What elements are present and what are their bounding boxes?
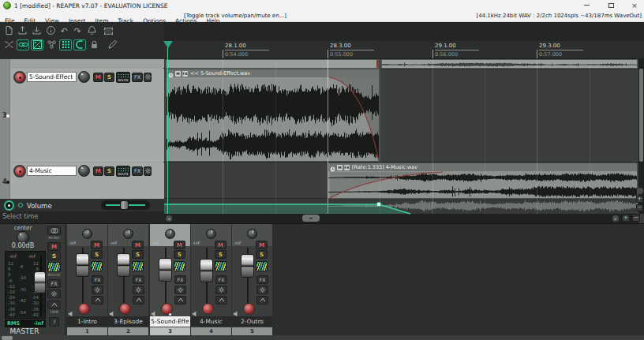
toolbar-button[interactable] — [73, 39, 86, 50]
channel-route-button[interactable] — [132, 261, 144, 271]
channel-env-button[interactable] — [174, 296, 186, 305]
envelope-control-row[interactable]: Volume — [0, 199, 164, 211]
toolbar-button[interactable] — [85, 25, 98, 36]
channel-record-arm-button[interactable] — [78, 303, 90, 315]
channel-env-button[interactable] — [215, 296, 227, 305]
channel-pan-knob[interactable] — [206, 229, 216, 239]
channel-name[interactable]: 5-Sound-Effe — [150, 316, 190, 327]
channel-solo-button[interactable]: S — [132, 250, 144, 259]
toolbar-button[interactable]: ↷ — [71, 25, 84, 36]
scroll-left-button[interactable]: ◂ — [166, 215, 172, 222]
fade-out-curve[interactable] — [167, 69, 379, 161]
collapsed-media-item[interactable] — [381, 59, 638, 69]
toolbar-button[interactable] — [31, 39, 43, 50]
media-item-sound-effect[interactable]: M FX << 5-Sound-Effect.wav — [166, 69, 380, 162]
vscroll-button[interactable] — [637, 188, 643, 194]
channel-name[interactable]: 1-Intro — [67, 316, 107, 327]
zoom-in-button[interactable]: + — [622, 215, 630, 222]
route-button[interactable]: ROUTE — [116, 72, 130, 83]
maximize-button[interactable] — [601, 0, 620, 10]
track-name-field[interactable]: 5-Sound-Effect — [27, 72, 77, 82]
toolbar-button[interactable] — [106, 39, 118, 50]
toolbar-button[interactable]: ↶ — [58, 25, 70, 36]
record-arm-button[interactable] — [13, 71, 26, 84]
master-env-button[interactable] — [47, 301, 61, 309]
toolbar-button[interactable] — [45, 39, 58, 50]
zoom-out-button[interactable]: − — [632, 215, 640, 222]
channel-solo-button[interactable]: S — [174, 250, 185, 259]
channel-peak-readout[interactable]: -inf — [110, 241, 127, 247]
channel-record-arm-button[interactable] — [202, 303, 214, 315]
master-solo-button[interactable]: S — [47, 252, 61, 260]
channel-route-button[interactable] — [215, 261, 227, 271]
slider-handle[interactable] — [120, 200, 129, 210]
channel-speaker-button[interactable] — [68, 305, 77, 313]
mute-button[interactable]: M — [93, 73, 103, 82]
channel-fx-button[interactable]: FX — [92, 275, 103, 284]
envelope-arm-icon[interactable] — [18, 203, 23, 207]
channel-fx-bypass-button[interactable] — [174, 286, 186, 294]
channel-speaker-button[interactable] — [151, 305, 159, 313]
ruler-marker[interactable]: 28.1.000:54.000 — [225, 43, 272, 58]
channel-fx-button[interactable]: FX — [174, 275, 186, 284]
close-button[interactable]: × — [625, 0, 644, 10]
channel-mute-button[interactable]: M — [215, 241, 227, 249]
channel-name[interactable]: 2-Outro — [232, 316, 272, 327]
channel-mute-button[interactable]: M — [174, 241, 185, 249]
channel-name[interactable]: 4-Music — [191, 316, 231, 327]
toolbar-button[interactable] — [17, 39, 29, 50]
channel-env-button[interactable] — [256, 296, 268, 305]
mute-button[interactable]: M — [93, 166, 103, 176]
master-info-button[interactable]: i — [49, 317, 59, 327]
toolbar-button[interactable] — [44, 25, 57, 36]
channel-speaker-button[interactable] — [192, 305, 200, 313]
vscrollbar-handle[interactable] — [639, 69, 643, 162]
channel-route-button[interactable] — [256, 261, 268, 271]
toolbar-button[interactable] — [102, 25, 114, 36]
toolbar-button[interactable] — [2, 25, 15, 36]
channel-solo-button[interactable]: S — [256, 250, 268, 259]
channel-fx-button[interactable]: FX — [215, 275, 227, 284]
mixer-scrollbar-handle[interactable] — [2, 336, 13, 340]
channel-fx-button[interactable]: FX — [256, 275, 268, 284]
fx-bypass-button[interactable] — [144, 73, 152, 82]
master-volume-readout[interactable]: 0.00dB — [0, 242, 46, 249]
scrollbar-handle[interactable]: ◂▸ — [302, 215, 320, 222]
record-arm-button[interactable] — [13, 165, 26, 177]
envelope-point[interactable] — [376, 202, 381, 207]
channel-mute-button[interactable]: M — [132, 241, 144, 249]
fx-button[interactable]: FX — [132, 73, 143, 82]
channel-speaker-button[interactable] — [109, 305, 118, 313]
channel-peak-readout[interactable]: -inf — [69, 241, 86, 247]
envelope-value-slider[interactable] — [101, 200, 150, 210]
master-fx-button[interactable]: FX — [47, 279, 61, 288]
channel-pan-knob[interactable] — [247, 229, 257, 239]
collapsed-media-item[interactable] — [166, 59, 379, 69]
ruler-marker[interactable]: 29.3.000:57.000 — [539, 43, 586, 58]
channel-route-button[interactable] — [91, 261, 103, 271]
channel-peak-readout[interactable]: -inf — [152, 241, 169, 247]
fade-in-curve[interactable] — [328, 163, 637, 199]
toolbar-button[interactable] — [88, 39, 100, 50]
channel-fader[interactable] — [76, 253, 89, 277]
channel-solo-button[interactable]: S — [215, 250, 227, 259]
fx-bypass-button[interactable] — [144, 166, 152, 176]
master-name[interactable]: MASTER — [0, 327, 49, 335]
pan-knob[interactable] — [78, 165, 90, 177]
toolbar-button[interactable] — [2, 39, 15, 50]
channel-mute-button[interactable]: M — [256, 241, 268, 249]
channel-mute-button[interactable]: M — [91, 241, 103, 249]
media-item-music[interactable]: M FX [Rate:1.333] 4-Music.wav — [328, 163, 638, 199]
toolbar-button[interactable] — [30, 25, 43, 36]
ruler-marker[interactable]: 28.3.000:55.000 — [330, 43, 377, 58]
channel-peak-readout[interactable]: -inf — [234, 241, 251, 247]
route-button[interactable]: ROUTE — [116, 166, 130, 177]
channel-record-arm-button[interactable] — [119, 303, 131, 315]
ruler-marker[interactable]: 29.1.000:56.000 — [435, 43, 482, 58]
envelope-bypass-icon[interactable] — [4, 200, 14, 211]
minimize-button[interactable] — [577, 0, 596, 10]
volume-envelope[interactable] — [164, 197, 638, 215]
timeline-ruler[interactable]: 28.1.000:54.00028.3.000:55.00029.1.000:5… — [164, 41, 644, 59]
master-mute-button[interactable]: M — [47, 242, 61, 251]
arrange-view[interactable]: M FX << 5-Sound-Effect.wav M FX [Rate:1.… — [164, 59, 644, 223]
